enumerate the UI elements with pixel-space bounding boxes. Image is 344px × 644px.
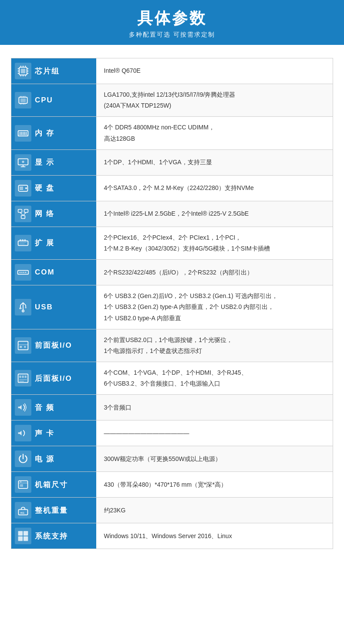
spec-row-chipset: 芯片组Intel® Q670E <box>11 58 333 84</box>
svg-rect-26 <box>21 132 22 135</box>
label-cell-audio: 音 频 <box>11 395 96 420</box>
value-cell-front-io: 2个前置USB2.0口，1个电源按键，1个光驱位，1个电源指示灯，1个硬盘状态指… <box>96 329 333 362</box>
svg-point-67 <box>24 346 26 348</box>
svg-rect-69 <box>19 376 21 378</box>
label-text-chipset: 芯片组 <box>35 66 60 76</box>
svg-rect-83 <box>24 536 28 541</box>
svg-rect-41 <box>24 209 28 212</box>
page-header: 具体参数 多种配置可选 可按需求定制 <box>0 0 344 45</box>
memory-icon <box>15 125 31 142</box>
label-cell-weight: KG整机重量 <box>11 498 96 523</box>
com-icon <box>15 264 31 281</box>
audio-icon <box>15 399 31 416</box>
svg-rect-27 <box>23 132 24 135</box>
spec-row-com: COM2个RS232/422/485（后I/O），2个RS232（内部引出） <box>11 260 333 285</box>
svg-rect-15 <box>20 98 26 102</box>
label-text-expansion: 扩 展 <box>35 238 54 248</box>
svg-point-62 <box>25 307 27 308</box>
label-text-storage: 硬 盘 <box>35 183 54 193</box>
label-text-usb: USB <box>35 303 53 312</box>
os-icon <box>15 528 31 544</box>
value-cell-power: 300W额定功率（可更换550W或以上电源） <box>96 446 333 472</box>
value-cell-network: 1个Intel® i225-LM 2.5GbE，2个Intel® i225-V … <box>96 201 333 227</box>
spec-table: 芯片组Intel® Q670ECPULGA1700,支持intel 12/13代… <box>11 58 333 549</box>
label-cell-usb: USB <box>11 285 96 329</box>
svg-text:KG: KG <box>20 511 24 514</box>
spec-row-storage: 硬 盘4个SATA3.0，2个 M.2 M-Key（2242/2280）支持NV… <box>11 175 333 201</box>
label-cell-com: COM <box>11 260 96 285</box>
svg-point-34 <box>22 160 24 163</box>
value-cell-display: 1个DP、1个HDMI、1个VGA，支持三显 <box>96 149 333 175</box>
label-cell-expansion: 扩 展 <box>11 227 96 259</box>
spec-row-soundcard: 声 卡—————————————— <box>11 420 333 446</box>
label-cell-rear-io: 后面板I/O <box>11 362 96 395</box>
svg-rect-29 <box>26 132 27 135</box>
label-cell-display: 显 示 <box>11 149 96 175</box>
label-cell-chipset: 芯片组 <box>11 58 96 84</box>
network-icon <box>15 206 31 222</box>
reario-icon <box>15 370 31 386</box>
svg-rect-25 <box>20 132 20 135</box>
label-text-memory: 内 存 <box>35 128 54 138</box>
svg-line-44 <box>23 212 26 215</box>
value-cell-memory: 4个 DDR5 4800MHz non-ECC UDIMM，高达128GB <box>96 117 333 149</box>
svg-rect-82 <box>18 536 23 541</box>
svg-rect-71 <box>25 376 27 378</box>
svg-rect-42 <box>21 215 25 218</box>
svg-rect-1 <box>21 69 26 74</box>
svg-point-53 <box>21 272 23 273</box>
label-cell-os: 系统支持 <box>11 523 96 549</box>
value-cell-audio: 3个音频口 <box>96 395 333 420</box>
value-cell-chassis: 430（带耳朵480）*470*176 mm（宽*深*高） <box>96 472 333 498</box>
svg-rect-77 <box>20 485 23 487</box>
label-text-weight: 整机重量 <box>35 505 68 515</box>
page-subtitle: 多种配置可选 可按需求定制 <box>0 31 344 39</box>
label-cell-network: 网 络 <box>11 201 96 227</box>
svg-line-43 <box>20 212 23 215</box>
frontio-icon <box>15 337 31 354</box>
value-cell-com: 2个RS232/422/485（后I/O），2个RS232（内部引出） <box>96 260 333 285</box>
svg-rect-51 <box>18 271 29 275</box>
spec-row-chassis: 机箱尺寸430（带耳朵480）*470*176 mm（宽*深*高） <box>11 472 333 498</box>
svg-point-52 <box>20 272 21 273</box>
spec-row-audio: 音 频3个音频口 <box>11 395 333 420</box>
label-text-chassis: 机箱尺寸 <box>35 480 68 490</box>
spec-row-display: 显 示1个DP、1个HDMI、1个VGA，支持三显 <box>11 149 333 175</box>
value-cell-usb: 6个 USB3.2 (Gen.2)后I/O，2个 USB3.2 (Gen.1) … <box>96 285 333 329</box>
label-text-com: COM <box>35 268 55 277</box>
spec-row-weight: KG整机重量约23KG <box>11 498 333 523</box>
label-cell-soundcard: 声 卡 <box>11 420 96 446</box>
label-text-network: 网 络 <box>35 209 54 219</box>
label-text-power: 电 源 <box>35 454 54 464</box>
label-cell-chassis: 机箱尺寸 <box>11 472 96 498</box>
chipset-icon <box>15 63 31 79</box>
hdd-icon <box>15 180 31 197</box>
value-cell-storage: 4个SATA3.0，2个 M.2 M-Key（2242/2280）支持NVMe <box>96 175 333 201</box>
svg-rect-48 <box>24 239 26 241</box>
value-cell-weight: 约23KG <box>96 498 333 523</box>
svg-rect-45 <box>18 241 28 246</box>
spec-row-front-io: 前面板I/O2个前置USB2.0口，1个电源按键，1个光驱位，1个电源指示灯，1… <box>11 329 333 362</box>
cpu-icon <box>15 92 31 108</box>
value-cell-expansion: 2个PCIex16、2个PCIex4、2个 PCIex1，1个PCI，1个M.2… <box>96 227 333 259</box>
label-text-front-io: 前面板I/O <box>35 340 72 350</box>
label-cell-power: 电 源 <box>11 446 96 472</box>
value-cell-os: Windows 10/11、Windows Server 2016、Linux <box>96 523 333 549</box>
svg-rect-64 <box>18 341 28 349</box>
spec-row-os: 系统支持Windows 10/11、Windows Server 2016、Li… <box>11 523 333 549</box>
label-text-os: 系统支持 <box>35 531 68 541</box>
spec-row-expansion: 扩 展2个PCIex16、2个PCIex4、2个 PCIex1，1个PCI，1个… <box>11 227 333 259</box>
svg-line-57 <box>20 302 23 305</box>
value-cell-soundcard: —————————————— <box>96 420 333 446</box>
svg-rect-47 <box>22 239 24 241</box>
svg-point-63 <box>22 310 24 312</box>
svg-rect-46 <box>20 239 21 241</box>
usb-icon <box>15 299 31 315</box>
svg-line-58 <box>23 302 26 305</box>
spec-row-cpu: CPULGA1700,支持intel 12/13代I3/I5/I7/I9/奔腾处… <box>11 84 333 117</box>
weight-icon: KG <box>15 502 31 519</box>
label-text-display: 显 示 <box>35 157 54 167</box>
svg-rect-66 <box>20 346 22 348</box>
soundcard-icon <box>15 425 31 441</box>
label-cell-front-io: 前面板I/O <box>11 329 96 362</box>
